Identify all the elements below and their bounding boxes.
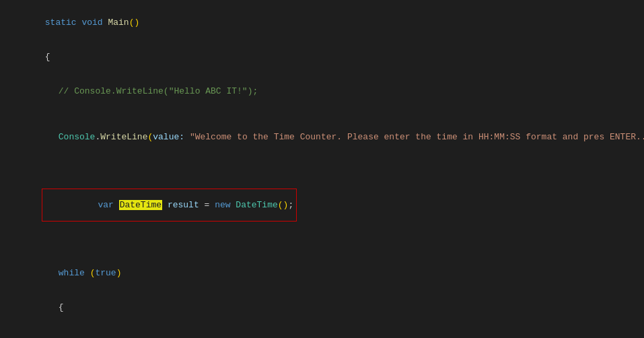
line-blank-1	[0, 108, 644, 120]
line-comment: // Console.WriteLine("Hello ABC IT!");	[0, 74, 644, 108]
line-static-main: static void Main()	[0, 5, 644, 40]
line-var-userinput: var string userInput = Console.ReadLine(…	[0, 325, 644, 338]
line-console-writeline-welcome: Console.WriteLine(value: "Welcome to the…	[0, 120, 644, 154]
line-while: while (true)	[0, 256, 644, 290]
line-open-brace-while: {	[0, 290, 644, 325]
line-open-brace-main: {	[0, 40, 644, 74]
line-blank-3	[0, 244, 644, 256]
line-blank-2	[0, 154, 644, 166]
line-var-datetime: var DateTime result = new DateTime();	[0, 166, 644, 244]
code-editor: static void Main() { // Console.WriteLin…	[0, 0, 644, 338]
